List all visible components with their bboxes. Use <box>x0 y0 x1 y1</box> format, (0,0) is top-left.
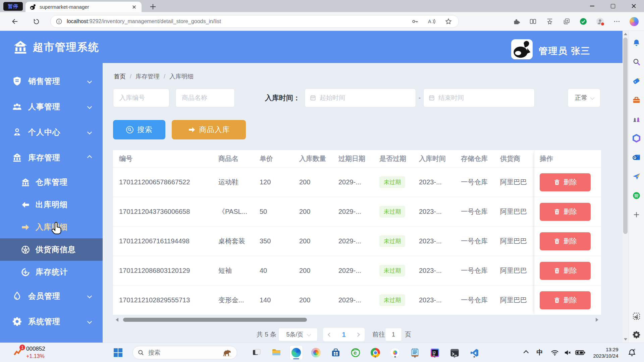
stock-widget[interactable]: 1 000852 +1.13% <box>13 345 45 360</box>
favorite-star-icon[interactable] <box>444 17 452 25</box>
notifications-bell-icon[interactable] <box>632 38 641 47</box>
sidebar-item-3[interactable]: 个人中心 <box>0 119 103 145</box>
read-aloud-icon[interactable]: A <box>428 17 436 25</box>
page-scrollbar[interactable] <box>623 31 628 343</box>
cell-id: 1701212006578667522 <box>113 178 214 186</box>
microsoft-store-taskbar-icon[interactable] <box>330 347 341 358</box>
sidebar-subitem-5[interactable]: 库存统计 <box>0 261 103 283</box>
photos-taskbar-icon[interactable] <box>310 347 322 358</box>
terminal-taskbar-icon[interactable] <box>449 347 460 358</box>
password-key-icon[interactable] <box>411 17 419 25</box>
breadcrumb-home[interactable]: 首页 <box>114 72 126 80</box>
more-menu-icon[interactable] <box>613 17 621 25</box>
sidebar-item-5[interactable]: 会员管理 <box>0 283 103 309</box>
drop-plane-icon[interactable] <box>632 172 641 181</box>
notepad-taskbar-icon[interactable] <box>409 347 421 358</box>
ime-indicator[interactable]: 中 <box>535 343 545 362</box>
ie-browser-taskbar-icon[interactable]: e <box>350 347 361 358</box>
site-info-icon[interactable] <box>55 18 63 25</box>
current-page[interactable]: 1 <box>342 331 345 339</box>
arrow-right-icon <box>21 223 30 232</box>
end-time-input[interactable]: 结束时间 <box>423 88 535 107</box>
delete-button[interactable]: 删除 <box>540 291 591 309</box>
back-icon[interactable] <box>10 17 19 26</box>
sidebar-item-4[interactable]: 库存管理 <box>0 145 103 170</box>
sidebar-subitem-1[interactable]: 仓库管理 <box>0 171 103 193</box>
file-explorer-taskbar-icon[interactable] <box>271 347 282 358</box>
split-screen-icon[interactable] <box>529 17 537 25</box>
start-button[interactable] <box>113 348 123 357</box>
scroll-down-icon[interactable] <box>624 338 627 341</box>
delete-button[interactable]: 删除 <box>540 262 591 280</box>
shopping-tag-icon[interactable] <box>632 76 641 85</box>
spotify-icon[interactable] <box>632 191 641 200</box>
sidebar-item-1[interactable]: 销售管理 <box>0 68 103 94</box>
favorites-bar-icon[interactable] <box>546 17 554 25</box>
outlook-icon[interactable] <box>632 153 641 162</box>
tray-chevron-up-icon[interactable] <box>520 343 530 362</box>
edge-browser-taskbar-icon[interactable] <box>289 345 303 360</box>
sidebar-subitem-2[interactable]: 出库明细 <box>0 193 103 216</box>
status-select[interactable]: 正常 <box>568 88 600 107</box>
delete-button[interactable]: 删除 <box>540 203 591 221</box>
notifications-dnd-icon[interactable]: zz <box>626 343 638 362</box>
sidebar-item-2[interactable]: 人事管理 <box>0 94 103 119</box>
delete-button[interactable]: 删除 <box>540 173 591 191</box>
running-indicator <box>394 356 396 358</box>
page-size-select[interactable]: 5条/页 <box>278 328 318 341</box>
next-page-icon[interactable] <box>356 333 360 337</box>
horse-of-the-day-icon <box>222 349 232 357</box>
start-time-input[interactable]: 起始时间 <box>305 88 416 107</box>
task-view-taskbar-icon[interactable] <box>251 347 262 358</box>
toolbox-icon[interactable] <box>632 96 641 105</box>
horizontal-scrollbar[interactable] <box>113 317 601 322</box>
copilot-icon[interactable] <box>630 17 639 26</box>
window-maximize-button[interactable] <box>602 0 623 12</box>
user-avatar-rabbit-icon[interactable] <box>511 39 533 59</box>
add-plus-icon[interactable] <box>632 210 641 219</box>
stockin-code-input[interactable] <box>113 88 169 107</box>
safety-check-icon[interactable] <box>579 17 587 25</box>
sidebar-item-6[interactable]: 系统管理 <box>0 309 103 334</box>
chrome-taskbar-icon[interactable] <box>370 347 381 358</box>
extensions-puzzle-icon[interactable] <box>512 17 520 25</box>
bing-search-icon[interactable] <box>632 57 641 66</box>
delete-button[interactable]: 删除 <box>540 232 591 250</box>
collections-icon[interactable] <box>562 17 571 25</box>
scrollbar-thumb[interactable] <box>123 318 307 322</box>
tab-close-icon[interactable] <box>131 4 138 10</box>
breadcrumb-inventory[interactable]: 库存管理 <box>136 72 160 80</box>
screenshot-snip-icon[interactable] <box>632 312 641 321</box>
window-close-button[interactable] <box>623 0 644 12</box>
refresh-icon[interactable] <box>32 17 41 26</box>
games-icon[interactable] <box>632 115 641 124</box>
battery-charging-icon[interactable] <box>574 343 586 362</box>
browser-360-taskbar-icon[interactable] <box>389 347 401 358</box>
address-bar[interactable]: localhost:9292/inventory_management/deta… <box>50 15 459 28</box>
clock[interactable]: 13:29 2023/10/24 <box>588 343 623 362</box>
volume-muted-icon[interactable] <box>562 343 573 362</box>
profile-avatar[interactable] <box>596 17 604 25</box>
column-header: 入库时间 <box>414 154 456 163</box>
settings-gear-icon[interactable] <box>632 330 641 339</box>
scroll-left-icon[interactable] <box>116 318 118 322</box>
recording-pause-overlay[interactable]: 暂停 <box>3 2 23 11</box>
wifi-icon[interactable] <box>549 343 560 362</box>
taskbar-search[interactable]: 搜索 <box>132 346 237 359</box>
logged-in-user[interactable]: 管理员 张三 <box>539 45 591 57</box>
scrollbar-thumb[interactable] <box>623 38 628 234</box>
window-minimize-button[interactable] <box>582 0 602 12</box>
goods-stock-in-button[interactable]: 商品入库 <box>172 120 246 139</box>
scroll-right-icon[interactable] <box>596 318 598 322</box>
search-button[interactable]: 搜索 <box>113 120 165 139</box>
browser-tab[interactable]: supermarket-manager <box>25 2 142 12</box>
prev-page-icon[interactable] <box>328 333 332 337</box>
sidebar-subitem-4[interactable]: 供货商信息 <box>0 238 103 261</box>
microsoft-365-icon[interactable] <box>632 134 641 143</box>
intellij-idea-taskbar-icon[interactable]: IJ <box>429 347 440 358</box>
new-tab-button[interactable] <box>149 3 157 11</box>
goods-name-input[interactable] <box>175 88 235 107</box>
vscode-taskbar-icon[interactable] <box>469 347 480 358</box>
goto-page-input[interactable] <box>385 328 402 341</box>
scroll-up-icon[interactable] <box>624 33 627 35</box>
